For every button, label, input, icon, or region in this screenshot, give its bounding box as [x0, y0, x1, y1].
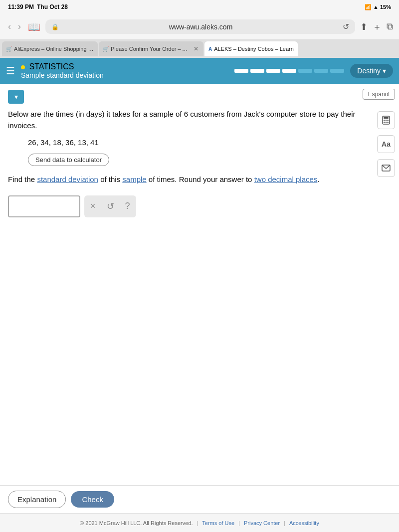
- svg-rect-7: [388, 122, 389, 123]
- bookmarks-button[interactable]: 📖: [28, 21, 40, 33]
- progress-seg-5: [298, 69, 312, 73]
- mail-icon-button[interactable]: [377, 159, 395, 177]
- header-subtitle: Sample standard deviation: [21, 71, 228, 79]
- calculator-icon: [382, 116, 391, 125]
- answer-area: × ↺ ?: [8, 195, 391, 217]
- footer-privacy-link[interactable]: Privacy Center: [244, 520, 280, 526]
- svg-rect-6: [386, 122, 387, 123]
- font-size-icon: Aa: [382, 140, 391, 148]
- espanol-button[interactable]: Español: [363, 89, 395, 100]
- progress-seg-6: [314, 69, 328, 73]
- hamburger-menu-button[interactable]: ☰: [6, 65, 15, 77]
- answer-input[interactable]: [8, 195, 80, 217]
- user-name: Destiny: [357, 67, 381, 75]
- svg-rect-2: [384, 120, 385, 121]
- status-time: 11:39 PM: [8, 3, 34, 10]
- tabs-bar: 🛒 AliExpress – Online Shopping for P... …: [0, 40, 399, 58]
- tab-favicon-confirm: 🛒: [103, 46, 109, 52]
- app-header: ☰ STATISTICS Sample standard deviation D…: [0, 58, 399, 84]
- progress-seg-1: [234, 69, 248, 73]
- progress-seg-4: [282, 69, 296, 73]
- tab-close-confirm[interactable]: ✕: [193, 45, 200, 52]
- svg-rect-5: [384, 122, 385, 123]
- footer-sep-3: |: [284, 520, 285, 526]
- question-end: .: [317, 175, 319, 183]
- forward-button[interactable]: ›: [16, 20, 23, 33]
- two-decimal-places-link[interactable]: two decimal places: [254, 175, 318, 183]
- battery-icon: 15%: [380, 4, 391, 10]
- svg-rect-1: [384, 117, 389, 119]
- question-mid: of this: [98, 175, 122, 183]
- header-category: STATISTICS: [21, 62, 228, 71]
- chevron-down-icon: ▾: [14, 93, 18, 101]
- wifi-icon: 📶: [365, 4, 372, 10]
- back-button[interactable]: ‹: [6, 20, 13, 33]
- footer-sep-1: |: [197, 520, 198, 526]
- new-tab-button[interactable]: ＋: [373, 21, 382, 33]
- tabs-button[interactable]: ⧉: [387, 21, 393, 32]
- url-bar[interactable]: 🔒 www-awu.aleks.com ↺: [45, 19, 355, 34]
- svg-rect-4: [388, 120, 389, 121]
- explanation-button[interactable]: Explanation: [8, 491, 66, 508]
- calculator-icon-button[interactable]: [377, 111, 395, 129]
- header-title-area: STATISTICS Sample standard deviation: [21, 62, 228, 79]
- send-data-calculator-button[interactable]: Send data to calculator: [28, 154, 109, 166]
- lock-icon: 🔒: [51, 23, 59, 30]
- font-size-icon-button[interactable]: Aa: [377, 135, 395, 153]
- question-text: Find the standard deviation of this samp…: [8, 174, 347, 185]
- svg-rect-3: [386, 120, 387, 121]
- tab-label-confirm: Please Confirm Your Order – AliEx...: [111, 46, 191, 52]
- question-post: of times. Round your answer to: [147, 175, 254, 183]
- footer-sep-2: |: [238, 520, 240, 526]
- tab-label-aliexpress: AliExpress – Online Shopping for P...: [14, 46, 94, 52]
- sample-link[interactable]: sample: [122, 175, 146, 183]
- share-button[interactable]: ⬆: [360, 21, 368, 32]
- check-button[interactable]: Check: [71, 491, 114, 508]
- bottom-bar: Explanation Check: [0, 485, 399, 513]
- mail-icon: [382, 165, 391, 172]
- tab-favicon-aliexpress: 🛒: [6, 46, 12, 52]
- footer-copyright: © 2021 McGraw Hill LLC. All Rights Reser…: [80, 520, 193, 526]
- problem-text: Below are the times (in days) it takes f…: [8, 109, 357, 131]
- tab-favicon-aleks: A: [208, 46, 212, 52]
- signal-icon: ▲: [373, 4, 379, 10]
- undo-button[interactable]: ↺: [105, 201, 116, 212]
- url-text: www-awu.aleks.com: [62, 23, 340, 31]
- user-chevron-icon: ▾: [383, 67, 386, 75]
- status-bar: 11:39 PM Thu Oct 28 📶 ▲ 15%: [0, 0, 399, 14]
- tab-label-aleks: ALEKS – Destiny Cobos – Learn: [214, 46, 294, 52]
- tab-confirm-order[interactable]: 🛒 Please Confirm Your Order – AliEx... ✕: [99, 41, 203, 56]
- footer: © 2021 McGraw Hill LLC. All Rights Reser…: [0, 513, 399, 532]
- question-pre: Find the: [8, 175, 37, 183]
- browser-bar: ‹ › 📖 🔒 www-awu.aleks.com ↺ ⬆ ＋ ⧉: [0, 14, 399, 40]
- tab-aleks[interactable]: A ALEKS – Destiny Cobos – Learn: [204, 41, 298, 56]
- side-icons: Aa: [377, 111, 395, 177]
- progress-seg-3: [266, 69, 280, 73]
- collapse-button[interactable]: ▾: [8, 90, 24, 104]
- reload-button[interactable]: ↺: [343, 22, 349, 31]
- standard-deviation-link[interactable]: standard deviation: [37, 175, 98, 183]
- status-day: Thu Oct 28: [37, 3, 68, 10]
- progress-seg-7: [330, 69, 344, 73]
- header-category-text: STATISTICS: [29, 62, 74, 71]
- clear-button[interactable]: ×: [88, 201, 98, 211]
- content-area: Español ▾ Aa Bel: [0, 84, 399, 433]
- help-button[interactable]: ?: [123, 201, 132, 211]
- data-values: 26, 34, 18, 36, 13, 41: [28, 138, 391, 147]
- user-menu-button[interactable]: Destiny ▾: [350, 64, 393, 78]
- footer-terms-link[interactable]: Terms of Use: [202, 520, 234, 526]
- tab-aliexpress[interactable]: 🛒 AliExpress – Online Shopping for P...: [2, 41, 98, 56]
- category-dot: [21, 65, 25, 69]
- footer-accessibility-link[interactable]: Accessibility: [289, 520, 319, 526]
- progress-seg-2: [250, 69, 264, 73]
- action-buttons: × ↺ ?: [84, 195, 136, 217]
- progress-bar: [234, 69, 344, 73]
